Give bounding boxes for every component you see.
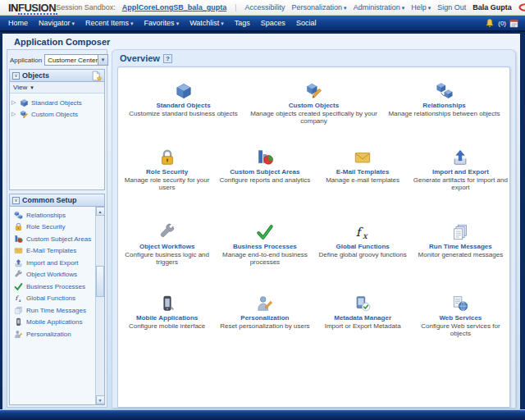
overview-tile: Standard Objects Customize standard busi… xyxy=(118,80,249,125)
relationships-icon[interactable] xyxy=(379,80,509,100)
webservices-icon[interactable] xyxy=(412,292,509,313)
tree-item-standard-objects[interactable]: ▷ Standard Objects xyxy=(11,97,103,108)
import-export-icon[interactable] xyxy=(412,146,509,167)
page-canvas: Application Composer Application Custome… xyxy=(2,34,520,409)
overview-tile-link[interactable]: E-Mail Templates xyxy=(314,168,412,176)
nav-item-recent-items[interactable]: Recent Items▾ xyxy=(85,19,134,27)
chevron-down-icon: ▾ xyxy=(130,21,134,26)
nav-item-spaces[interactable]: Spaces xyxy=(261,19,285,27)
overview-tile-description: Configure Web services for objects xyxy=(412,322,509,337)
help-icon[interactable]: ? xyxy=(163,54,172,63)
overview-panel: Overview ? Standard Objects Customize st… xyxy=(112,49,516,408)
notifications-bell-icon[interactable] xyxy=(485,18,495,28)
new-object-icon[interactable] xyxy=(91,71,102,81)
overview-tile-link[interactable]: Custom Subject Areas xyxy=(216,168,313,176)
overview-tile: Web Services Configure Web services for … xyxy=(412,292,509,337)
logo-bold: IN xyxy=(8,2,18,14)
scroll-down-icon[interactable]: ▼ xyxy=(96,395,105,404)
application-select-value: Customer Center xyxy=(45,57,98,64)
chevron-down-icon: ▾ xyxy=(72,21,75,26)
overview-tile-link[interactable]: Run Time Messages xyxy=(412,243,509,250)
mobile-icon[interactable] xyxy=(118,292,216,313)
nav-item-home[interactable]: Home xyxy=(8,19,28,27)
overview-tile-link[interactable]: Web Services xyxy=(412,314,509,322)
administration-menu[interactable]: Administration▾ xyxy=(354,3,405,11)
sign-out-link[interactable]: Sign Out xyxy=(437,3,466,11)
overview-tile-description: Configure reports and analytics xyxy=(216,176,313,184)
common-setup-item-import-export[interactable]: Import and Export xyxy=(14,257,95,269)
tree-item-custom-objects[interactable]: ▷ Custom Objects xyxy=(11,108,103,120)
common-setup-item-relationships[interactable]: Relationships xyxy=(14,209,95,221)
common-setup-item-global-functions[interactable]: fxGlobal Functions xyxy=(14,293,95,305)
mobile-icon xyxy=(14,317,23,326)
wrench-icon xyxy=(14,270,23,279)
session-sandbox-link[interactable]: ApplCoreLongSB_bala_gupta xyxy=(122,3,227,11)
overview-tile: Metadata Manager Import or Export Metada… xyxy=(314,292,412,337)
custom-cube-icon[interactable] xyxy=(249,80,379,100)
overview-tile-link[interactable]: Business Processes xyxy=(216,243,313,250)
overview-tile: Run Time Messages Monitor generated mess… xyxy=(412,221,509,266)
overview-tile-link[interactable]: Relationships xyxy=(379,102,509,109)
nav-item-watchlist[interactable]: Watchlist▾ xyxy=(189,19,224,27)
collapse-icon[interactable]: ∨ xyxy=(12,72,20,80)
overview-grid: Standard Objects Customize standard busi… xyxy=(117,66,510,408)
application-select[interactable]: Customer Center ▼ xyxy=(44,54,108,66)
nav-item-navigator[interactable]: Navigator▾ xyxy=(39,19,75,27)
fx-icon: fx xyxy=(14,294,23,303)
fx-icon[interactable]: fx xyxy=(314,221,412,241)
overview-tile-description: Manage e-mail templates xyxy=(314,176,412,184)
chevron-down-icon: ▾ xyxy=(176,21,180,26)
help-menu[interactable]: Help▾ xyxy=(411,3,431,11)
nav-item-social[interactable]: Social xyxy=(296,19,317,27)
common-setup-item-run-time-messages[interactable]: Run Time Messages xyxy=(14,304,95,317)
scrollbar[interactable]: ▲ ▼ xyxy=(95,207,104,404)
common-setup-item-personalization[interactable]: Personalization xyxy=(14,328,95,340)
email-icon[interactable] xyxy=(314,146,412,167)
session-sandbox-label: Session Sandbox: xyxy=(56,3,116,11)
common-setup-item-object-workflows[interactable]: Object Workflows xyxy=(14,269,95,281)
subject-areas-icon[interactable] xyxy=(216,146,313,167)
personalization-menu[interactable]: Personalization▾ xyxy=(292,3,347,11)
overview-tile-link[interactable]: Mobile Applications xyxy=(118,314,216,322)
chevron-down-icon[interactable]: ▼ xyxy=(98,55,107,65)
overview-tile-link[interactable]: Import and Export xyxy=(412,168,509,176)
overview-tile-link[interactable]: Custom Objects xyxy=(249,102,379,109)
expand-icon[interactable]: ▷ xyxy=(11,111,17,117)
expand-icon[interactable]: ▷ xyxy=(11,99,17,106)
common-setup-item-role-security[interactable]: Role Security xyxy=(14,221,95,234)
overview-tile-description: Customize standard business objects xyxy=(118,110,249,117)
overview-tile-link[interactable]: Standard Objects xyxy=(118,102,249,109)
scroll-up-icon[interactable]: ▲ xyxy=(96,207,105,216)
overview-tile-link[interactable]: Personalization xyxy=(216,314,313,322)
user-name: Bala Gupta xyxy=(472,3,512,11)
personalization-icon[interactable] xyxy=(216,292,313,313)
chevron-down-icon: ▾ xyxy=(221,21,224,26)
check-icon[interactable] xyxy=(216,221,313,241)
common-setup-item-mobile-applications[interactable]: Mobile Applications xyxy=(14,317,95,329)
lock-icon xyxy=(14,222,23,231)
collapse-icon[interactable]: ∨ xyxy=(12,197,20,204)
overview-tile-link[interactable]: Object Workflows xyxy=(118,243,216,250)
overview-tile-link[interactable]: Role Security xyxy=(118,168,216,176)
lock-icon[interactable] xyxy=(118,146,216,167)
calendar-icon[interactable] xyxy=(509,19,518,28)
overview-tile-link[interactable]: Metadata Manager xyxy=(314,314,412,322)
common-setup-item-email-templates[interactable]: E-Mail Templates xyxy=(14,245,95,258)
page-title: Application Composer xyxy=(2,34,520,49)
scrollbar-track[interactable] xyxy=(96,216,104,395)
overview-tile-link[interactable]: Global Functions xyxy=(314,243,412,250)
cube-icon[interactable] xyxy=(118,80,249,100)
scrollbar-thumb[interactable] xyxy=(96,266,104,297)
overview-tile-description: Generate artifacts for import and export xyxy=(412,176,509,191)
metadata-icon[interactable] xyxy=(314,292,412,313)
accessibility-link[interactable]: Accessibility xyxy=(245,3,285,11)
messages-icon[interactable] xyxy=(412,221,509,241)
wrench-icon[interactable] xyxy=(118,221,216,241)
common-setup-item-label: Custom Subject Areas xyxy=(26,235,91,243)
view-menu-button[interactable]: View ▾ xyxy=(10,82,104,94)
nav-item-favorites[interactable]: Favorites▾ xyxy=(144,19,180,27)
common-setup-item-business-processes[interactable]: Business Processes xyxy=(14,281,95,293)
sidebar: Application Customer Center ▼ ∨ Objects … xyxy=(7,49,107,408)
common-setup-item-custom-subject-areas[interactable]: Custom Subject Areas xyxy=(14,233,95,245)
nav-item-tags[interactable]: Tags xyxy=(235,19,250,27)
